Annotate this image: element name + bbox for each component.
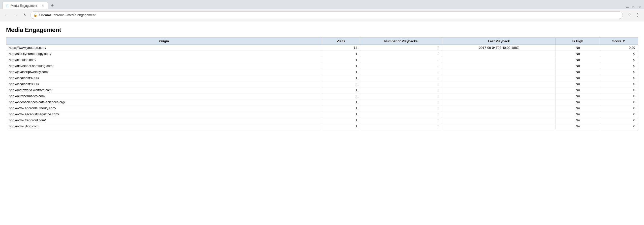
cell-last-playback: 2017-09-04T08:40:09.188Z	[442, 45, 556, 51]
table-row: http://www.frandroid.com/10No0	[6, 117, 638, 123]
cell-origin: http://javascriptweekly.com/	[6, 69, 322, 75]
cell-visits: 1	[322, 69, 360, 75]
cell-playbacks: 0	[360, 123, 442, 129]
cell-origin: http://www.androidauthority.com/	[6, 105, 322, 111]
cell-visits: 1	[322, 105, 360, 111]
header-row: Origin Visits Number of Playbacks Last P…	[6, 38, 638, 45]
header-visits[interactable]: Visits	[322, 38, 360, 45]
cell-score: 0	[600, 123, 638, 129]
cell-is-high: No	[556, 123, 600, 129]
cell-origin: http://www.frandroid.com/	[6, 117, 322, 123]
back-button[interactable]: ←	[3, 12, 10, 19]
page-content: Media Engagement Origin Visits Number of…	[0, 21, 644, 134]
header-origin[interactable]: Origin	[6, 38, 322, 45]
cell-score: 0	[600, 81, 638, 87]
cell-visits: 14	[322, 45, 360, 51]
maximize-button[interactable]: □	[631, 5, 635, 9]
tab-page-icon: 📄	[5, 4, 9, 7]
menu-button[interactable]: ⋮	[634, 12, 641, 19]
header-is-high[interactable]: Is High	[556, 38, 600, 45]
cell-is-high: No	[556, 111, 600, 117]
cell-last-playback	[442, 117, 556, 123]
tab-close-button[interactable]: ×	[41, 4, 45, 8]
cell-last-playback	[442, 57, 556, 63]
header-playbacks[interactable]: Number of Playbacks	[360, 38, 442, 45]
cell-is-high: No	[556, 63, 600, 69]
cell-playbacks: 4	[360, 45, 442, 51]
cell-origin: http://www.jilion.com/	[6, 123, 322, 129]
tab-title: Media Engagement	[11, 4, 39, 8]
cell-score: 0	[600, 111, 638, 117]
table-row: http://videosciences.cafe-sciences.org/1…	[6, 99, 638, 105]
window-controls: — □ ✕	[625, 5, 641, 9]
table-body: https://www.youtube.com/1442017-09-04T08…	[6, 45, 638, 129]
cell-is-high: No	[556, 87, 600, 93]
table-row: http://developer.samsung.com/10No0	[6, 63, 638, 69]
cell-is-high: No	[556, 105, 600, 111]
reload-button[interactable]: ↻	[21, 12, 28, 19]
cell-playbacks: 0	[360, 51, 442, 57]
table-row: http://localhost:4000/10No0	[6, 75, 638, 81]
cell-origin: http://developer.samsung.com/	[6, 63, 322, 69]
cell-playbacks: 0	[360, 87, 442, 93]
cell-is-high: No	[556, 69, 600, 75]
cell-last-playback	[442, 69, 556, 75]
address-bar-row: ← → ↻ 🔒 Chrome chrome://media-engagement…	[0, 9, 644, 21]
cell-is-high: No	[556, 81, 600, 87]
cell-playbacks: 0	[360, 57, 442, 63]
active-tab[interactable]: 📄 Media Engagement ×	[3, 2, 48, 9]
cell-visits: 1	[322, 123, 360, 129]
cell-score: 0	[600, 51, 638, 57]
cell-playbacks: 0	[360, 63, 442, 69]
bookmark-button[interactable]: ☆	[626, 12, 633, 19]
cell-last-playback	[442, 87, 556, 93]
cell-last-playback	[442, 111, 556, 117]
cell-visits: 1	[322, 99, 360, 105]
close-button[interactable]: ✕	[637, 5, 641, 9]
cell-last-playback	[442, 51, 556, 57]
cell-is-high: No	[556, 45, 600, 51]
table-row: http://localhost:8080/20No0	[6, 81, 638, 87]
site-info-icon: 🔒	[34, 13, 37, 17]
cell-origin: http://localhost:8080/	[6, 81, 322, 87]
address-bar[interactable]: 🔒 Chrome chrome://media-engagement	[30, 11, 623, 19]
minimize-button[interactable]: —	[625, 5, 629, 9]
table-row: http://numbermatics.com/20No0	[6, 93, 638, 99]
table-row: http://caniuse.com/10No0	[6, 57, 638, 63]
cell-playbacks: 0	[360, 69, 442, 75]
table-header: Origin Visits Number of Playbacks Last P…	[6, 38, 638, 45]
cell-origin: http://affinitynumerology.com/	[6, 51, 322, 57]
table-row: http://mathworld.wolfram.com/10No0	[6, 87, 638, 93]
cell-origin: http://caniuse.com/	[6, 57, 322, 63]
cell-last-playback	[442, 81, 556, 87]
cell-origin: http://localhost:4000/	[6, 75, 322, 81]
address-url: chrome://media-engagement	[54, 13, 95, 17]
cell-origin: http://videosciences.cafe-sciences.org/	[6, 99, 322, 105]
address-brand: Chrome	[39, 13, 52, 17]
cell-score: 0	[600, 99, 638, 105]
cell-score: 0	[600, 57, 638, 63]
cell-visits: 1	[322, 117, 360, 123]
new-tab-button[interactable]: +	[49, 2, 56, 9]
cell-visits: 1	[322, 57, 360, 63]
cell-origin: http://mathworld.wolfram.com/	[6, 87, 322, 93]
cell-last-playback	[442, 99, 556, 105]
cell-last-playback	[442, 105, 556, 111]
cell-playbacks: 0	[360, 111, 442, 117]
header-score[interactable]: Score ▼	[600, 38, 638, 45]
cell-is-high: No	[556, 57, 600, 63]
cell-visits: 1	[322, 63, 360, 69]
cell-visits: 1	[322, 51, 360, 57]
header-last-playback[interactable]: Last Playback	[442, 38, 556, 45]
cell-score: 0	[600, 63, 638, 69]
cell-playbacks: 0	[360, 117, 442, 123]
media-engagement-table: Origin Visits Number of Playbacks Last P…	[6, 38, 638, 129]
cell-last-playback	[442, 93, 556, 99]
cell-is-high: No	[556, 99, 600, 105]
cell-score: 0	[600, 87, 638, 93]
cell-playbacks: 0	[360, 93, 442, 99]
cell-playbacks: 0	[360, 99, 442, 105]
cell-score: 0	[600, 93, 638, 99]
cell-score: 0	[600, 117, 638, 123]
forward-button[interactable]: →	[12, 12, 19, 19]
